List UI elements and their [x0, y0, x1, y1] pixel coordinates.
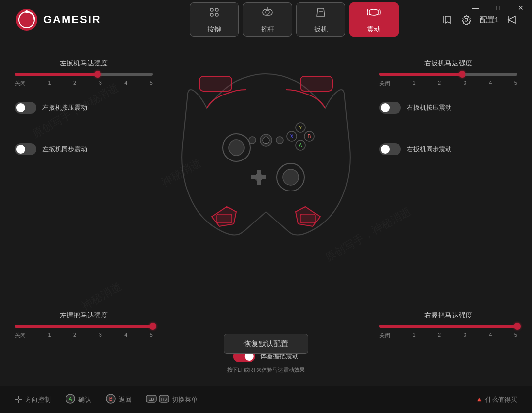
- svg-point-19: [283, 169, 299, 185]
- bottom-logo: 🔺 什么值得买: [475, 395, 517, 404]
- header: GAMESIR 按键 摇杆: [0, 0, 532, 39]
- tab-keys-label: 按键: [207, 25, 221, 34]
- right-trigger-label: 右扳机马达强度: [379, 59, 517, 68]
- left-trigger-label: 左扳机马达强度: [15, 59, 153, 68]
- bottom-bar: ✛ 方向控制 A 确认 B 返回 LB RB 切换菜: [0, 386, 532, 413]
- profile-button[interactable]: [442, 14, 453, 25]
- titlebar: — □ ✕: [464, 0, 532, 16]
- svg-text:X: X: [290, 134, 294, 139]
- right-trigger-fill: [379, 73, 462, 76]
- svg-point-2: [25, 10, 28, 13]
- left-grip-thumb[interactable]: [149, 323, 156, 330]
- right-grip-slider[interactable]: [379, 325, 517, 328]
- right-grip-ticks: 关闭 1 2 3 4 5: [379, 332, 517, 339]
- tab-keys[interactable]: 按键: [190, 2, 239, 37]
- logo: GAMESIR: [15, 8, 101, 32]
- svg-text:RB: RB: [161, 397, 167, 402]
- svg-rect-15: [300, 76, 332, 91]
- right-trigger-press-toggle[interactable]: [379, 102, 401, 114]
- b-button-icon: B: [106, 394, 116, 406]
- svg-text:A: A: [69, 396, 72, 402]
- settings-button[interactable]: [461, 14, 472, 25]
- close-button[interactable]: ✕: [509, 0, 532, 16]
- watermark-text: 🔺 什么值得买: [475, 396, 517, 403]
- tab-trigger-label: 扳机: [314, 25, 328, 34]
- left-trigger-press-knob: [16, 103, 25, 112]
- left-trigger-press-label: 左扳机按压震动: [42, 103, 87, 112]
- svg-text:B: B: [308, 134, 311, 139]
- restore-button[interactable]: 恢复默认配置: [224, 334, 308, 354]
- left-grip-slider-section: 左握把马达强度 关闭 1 2 3 4 5: [15, 311, 153, 339]
- logo-icon: [15, 8, 38, 32]
- svg-point-6: [215, 13, 218, 16]
- left-grip-ticks: 关闭 1 2 3 4 5: [15, 332, 153, 339]
- svg-text:A: A: [299, 143, 302, 148]
- svg-point-8: [266, 10, 269, 14]
- left-trigger-sync-knob: [16, 145, 25, 154]
- tab-joystick-label: 摇杆: [261, 25, 274, 34]
- right-trigger-slider-section: 右扳机马达强度 关闭 1 2 3 4 5: [379, 59, 517, 87]
- svg-point-35: [249, 137, 256, 144]
- config-label: 配置1: [480, 15, 499, 25]
- left-trigger-slider[interactable]: [15, 73, 153, 76]
- logo-text: GAMESIR: [43, 13, 101, 26]
- right-grip-slider-section: 右握把马达强度 关闭 1 2 3 4 5: [379, 311, 517, 339]
- right-trigger-press-label: 右扳机按压震动: [407, 103, 452, 112]
- controller-image: A B X Y: [172, 49, 360, 256]
- left-trigger-press-toggle-row: 左扳机按压震动: [15, 102, 153, 114]
- right-grip-fill: [379, 325, 517, 328]
- left-trigger-fill: [15, 73, 98, 76]
- back-label: 返回: [119, 395, 132, 404]
- svg-rect-32: [217, 214, 232, 223]
- bottom-item-confirm: A 确认: [66, 394, 91, 406]
- maximize-button[interactable]: □: [487, 0, 509, 16]
- menu-label: 切换菜单: [172, 395, 198, 404]
- bottom-item-direction: ✛ 方向控制: [15, 394, 51, 405]
- svg-rect-33: [300, 214, 315, 223]
- bottom-item-back: B 返回: [106, 394, 132, 406]
- back-button[interactable]: [506, 14, 517, 25]
- main-content: 左扳机马达强度 关闭 1 2 3 4 5 左扳机按压震动: [0, 44, 532, 383]
- right-trigger-ticks: 关闭 1 2 3 4 5: [379, 80, 517, 87]
- svg-point-3: [210, 8, 213, 11]
- tab-vibration[interactable]: 震动: [349, 2, 399, 37]
- left-grip-label: 左握把马达强度: [15, 311, 153, 320]
- joystick-icon: [261, 5, 274, 22]
- right-trigger-sync-toggle-row: 右扳机同步震动: [379, 143, 517, 155]
- right-trigger-press-knob: [381, 103, 390, 112]
- left-grip-fill: [15, 325, 153, 328]
- right-trigger-panel: 右扳机马达强度 关闭 1 2 3 4 5 右扳机按压震动: [379, 59, 517, 164]
- a-button-icon: A: [66, 394, 75, 406]
- tab-joystick[interactable]: 摇杆: [243, 2, 292, 37]
- trigger-icon: [314, 5, 328, 22]
- right-trigger-sync-label: 右扳机同步震动: [407, 145, 452, 154]
- svg-text:Y: Y: [299, 125, 302, 130]
- right-trigger-slider[interactable]: [379, 73, 517, 76]
- right-grip-thumb[interactable]: [514, 323, 521, 330]
- minimize-button[interactable]: —: [464, 0, 487, 16]
- left-trigger-press-toggle[interactable]: [15, 102, 36, 114]
- left-grip-panel: 左握把马达强度 关闭 1 2 3 4 5: [15, 311, 153, 354]
- right-trigger-thumb[interactable]: [459, 71, 466, 78]
- svg-point-31: [263, 137, 269, 144]
- left-trigger-sync-toggle[interactable]: [15, 143, 36, 155]
- svg-point-4: [215, 8, 218, 11]
- left-grip-slider[interactable]: [15, 325, 153, 328]
- direction-label: 方向控制: [25, 395, 51, 404]
- left-trigger-sync-toggle-row: 左扳机同步震动: [15, 143, 153, 155]
- tab-trigger[interactable]: 扳机: [296, 2, 345, 37]
- keys-icon: [207, 5, 221, 22]
- dpad-icon: ✛: [15, 394, 22, 405]
- left-trigger-panel: 左扳机马达强度 关闭 1 2 3 4 5 左扳机按压震动: [15, 59, 153, 164]
- svg-point-17: [229, 140, 244, 156]
- right-grip-panel: 右握把马达强度 关闭 1 2 3 4 5: [379, 311, 517, 354]
- right-grip-label: 右握把马达强度: [379, 311, 517, 320]
- bottom-item-menu: LB RB 切换菜单: [146, 394, 198, 406]
- vibration-icon: [367, 5, 381, 22]
- left-trigger-slider-section: 左扳机马达强度 关闭 1 2 3 4 5: [15, 59, 153, 87]
- svg-text:LB: LB: [148, 397, 154, 402]
- right-trigger-sync-toggle[interactable]: [379, 143, 401, 155]
- left-trigger-thumb[interactable]: [94, 71, 101, 78]
- left-trigger-sync-label: 左扳机同步震动: [42, 145, 87, 154]
- right-trigger-sync-knob: [381, 145, 390, 154]
